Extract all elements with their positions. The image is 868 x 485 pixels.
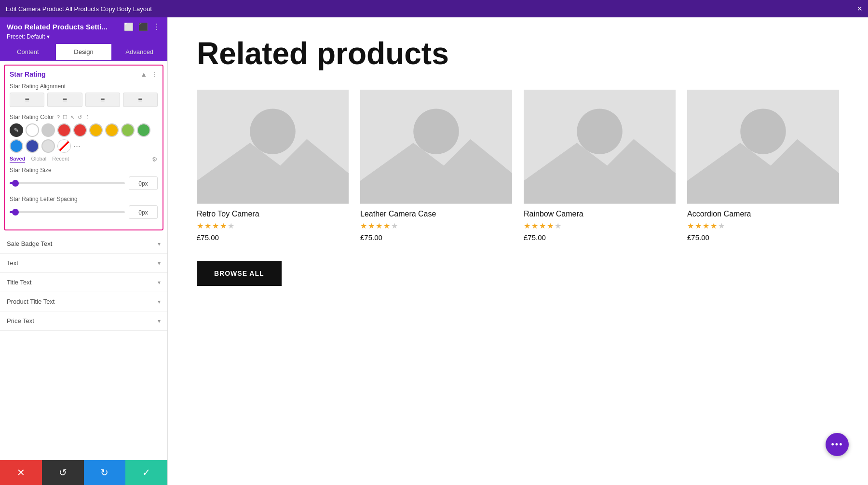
browse-all-button[interactable]: BROWSE ALL — [197, 261, 282, 286]
products-grid: Retro Toy Camera ★ ★ ★ ★ ★ £75.00 — [197, 90, 839, 241]
star-1-1: ★ — [197, 221, 203, 230]
tab-design[interactable]: Design — [56, 44, 112, 61]
align-right-btn[interactable]: ≡ — [85, 93, 120, 107]
panel-tabs: Content Design Advanced — [0, 44, 167, 61]
product-image-2 — [360, 90, 512, 203]
star-2-5: ★ — [391, 221, 398, 230]
product-card-4: Accordion Camera ★ ★ ★ ★ ★ £75.00 — [687, 90, 839, 241]
redo-button[interactable]: ↻ — [84, 460, 126, 485]
cancel-button[interactable]: ✕ — [0, 460, 42, 485]
price-text-header[interactable]: Price Text ▾ — [7, 317, 161, 324]
product-placeholder-3 — [524, 90, 676, 203]
panel-preset[interactable]: Preset: Default ▾ — [7, 33, 161, 40]
price-text-section: Price Text ▾ — [0, 311, 167, 331]
more-icon[interactable]: ⋮ — [153, 22, 161, 31]
product-price-4: £75.00 — [687, 233, 839, 242]
eyedropper-swatch[interactable]: ✎ — [10, 123, 23, 137]
color-mobile-icon[interactable]: ☐ — [63, 114, 68, 121]
star-3-1: ★ — [524, 221, 530, 230]
color-tab-global[interactable]: Global — [31, 156, 46, 163]
star-rating-size-row: Star Rating Size 0px — [10, 167, 158, 190]
product-title-header[interactable]: Product Title Text ▾ — [7, 298, 161, 305]
product-placeholder-2 — [360, 90, 512, 203]
color-help-icon[interactable]: ? — [57, 114, 60, 120]
floating-menu-button[interactable]: ••• — [826, 433, 849, 456]
color-swatches-row: ✎ ··· — [10, 123, 158, 153]
section-title: Star Rating — [10, 70, 46, 78]
collapse-icon[interactable]: ▲ — [140, 70, 147, 78]
size-slider-thumb[interactable] — [12, 180, 19, 187]
tab-advanced[interactable]: Advanced — [111, 44, 167, 61]
floating-menu-icon: ••• — [831, 440, 843, 450]
color-tab-saved[interactable]: Saved — [10, 156, 25, 163]
sale-badge-header[interactable]: Sale Badge Text ▾ — [7, 240, 161, 247]
more-swatches[interactable]: ··· — [73, 141, 81, 151]
undo-icon: ↺ — [59, 467, 67, 478]
swatch-blue2[interactable] — [26, 139, 39, 153]
star-4-5: ★ — [718, 221, 725, 230]
product-name-2: Leather Camera Case — [360, 210, 512, 218]
swatch-green1[interactable] — [121, 123, 135, 137]
color-row-header: Star Rating Color ? ☐ ↖ ↺ ⋮ — [10, 114, 158, 121]
align-justify-btn[interactable]: ≡ — [123, 93, 158, 107]
swatch-custom[interactable] — [57, 139, 71, 153]
preview-area: Related products Retro T — [168, 17, 868, 485]
panel-header-icons: ⬜ ⬛ ⋮ — [124, 22, 161, 31]
price-text-arrow: ▾ — [158, 318, 161, 324]
undo-button[interactable]: ↺ — [42, 460, 84, 485]
main-area: Woo Related Products Setti... ⬜ ⬛ ⋮ Pres… — [0, 17, 868, 485]
alignment-label: Star Rating Alignment — [10, 83, 158, 90]
title-text-header[interactable]: Title Text ▾ — [7, 279, 161, 286]
star-1-4: ★ — [220, 221, 227, 230]
color-tabs-row: Saved Global Recent ⚙ — [10, 156, 158, 163]
star-3-4: ★ — [547, 221, 554, 230]
save-button[interactable]: ✓ — [125, 460, 167, 485]
color-reset-icon[interactable]: ↺ — [78, 114, 82, 121]
spacing-slider-thumb[interactable] — [12, 209, 19, 216]
product-name-3: Rainbow Camera — [524, 210, 676, 218]
color-more-icon[interactable]: ⋮ — [85, 114, 90, 121]
swatch-lightgray[interactable] — [41, 123, 55, 137]
sale-badge-title: Sale Badge Text — [7, 240, 52, 247]
close-button[interactable]: × — [857, 4, 862, 14]
size-slider-track[interactable] — [10, 182, 125, 184]
product-placeholder-1 — [197, 90, 349, 203]
text-section: Text ▾ — [0, 254, 167, 273]
spacing-slider-value[interactable]: 0px — [129, 205, 158, 219]
star-3-2: ★ — [531, 221, 538, 230]
swatch-amber1[interactable] — [89, 123, 103, 137]
swatch-blue1[interactable] — [10, 139, 23, 153]
screen-icon[interactable]: ⬜ — [124, 22, 134, 31]
align-center-btn[interactable]: ≡ — [47, 93, 82, 107]
top-bar: Edit Camera Product All Products Copy Bo… — [0, 0, 868, 17]
title-text-arrow: ▾ — [158, 279, 161, 286]
align-left-btn[interactable]: ≡ — [10, 93, 44, 107]
section-more-icon[interactable]: ⋮ — [151, 70, 158, 78]
related-products-title: Related products — [197, 37, 839, 70]
swatch-amber2[interactable] — [105, 123, 119, 137]
svg-point-7 — [740, 109, 786, 155]
star-3-3: ★ — [539, 221, 546, 230]
star-rating-1: ★ ★ ★ ★ ★ — [197, 221, 349, 230]
text-header[interactable]: Text ▾ — [7, 259, 161, 267]
swatch-verylightgray[interactable] — [41, 139, 55, 153]
product-image-3 — [524, 90, 676, 203]
swatch-red2[interactable] — [73, 123, 87, 137]
title-text-section: Title Text ▾ — [0, 273, 167, 292]
spacing-label: Star Rating Letter Spacing — [10, 196, 158, 202]
color-tab-gear-icon[interactable]: ⚙ — [152, 156, 158, 163]
color-tab-recent[interactable]: Recent — [52, 156, 69, 163]
tab-content[interactable]: Content — [0, 44, 56, 61]
color-cursor-icon[interactable]: ↖ — [70, 114, 75, 121]
swatch-white[interactable] — [26, 123, 39, 137]
spacing-slider-inner: 0px — [10, 205, 158, 219]
size-slider-value[interactable]: 0px — [129, 176, 158, 190]
spacing-slider-track[interactable] — [10, 211, 125, 213]
swatch-green2[interactable] — [137, 123, 150, 137]
swatch-red1[interactable] — [57, 123, 71, 137]
layout-icon[interactable]: ⬛ — [138, 22, 148, 31]
star-3-5: ★ — [555, 221, 561, 230]
star-2-1: ★ — [360, 221, 367, 230]
title-text-title: Title Text — [7, 279, 31, 286]
panel-content: Star Rating ▲ ⋮ Star Rating Alignment ≡ … — [0, 61, 167, 460]
